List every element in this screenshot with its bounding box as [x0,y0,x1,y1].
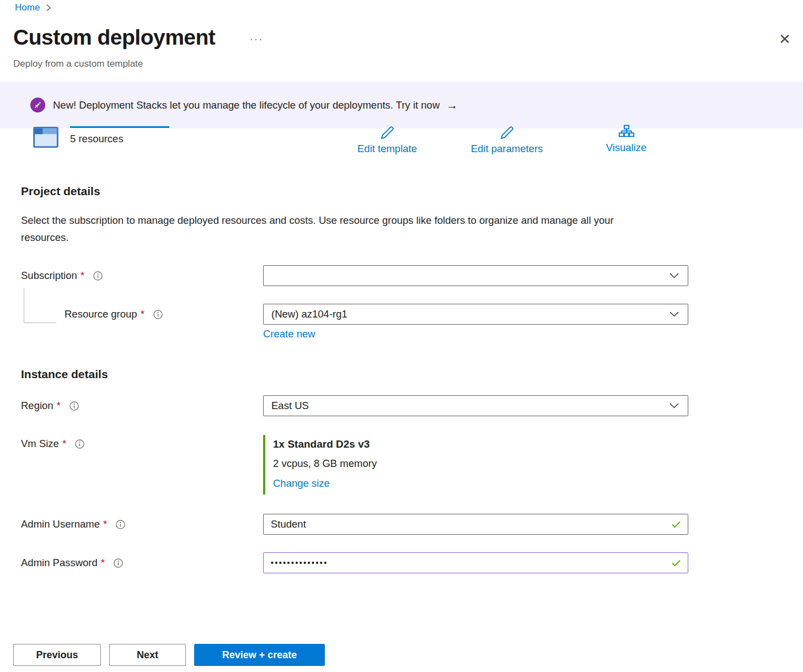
region-value: East US [271,400,309,412]
selected-tab-indicator [70,126,169,128]
custom-deployment-page: Home Custom deployment ··· ✕ Deploy from… [0,0,803,672]
edit-parameters-button[interactable]: Edit parameters [460,124,554,155]
admin-password-field [263,552,688,573]
next-button[interactable]: Next [109,644,186,666]
chevron-down-icon [670,311,679,317]
edit-template-button[interactable]: Edit template [349,124,426,155]
required-asterisk: * [81,270,84,282]
arrow-right-icon: → [446,99,458,112]
region-info-icon[interactable] [69,401,79,411]
required-asterisk: * [101,557,105,569]
project-details-description: Select the subscription to manage deploy… [21,212,655,246]
resource-group-label: Resource group * [65,308,163,320]
admin-username-label: Admin Username * [21,518,125,530]
subscription-info-icon[interactable] [93,271,103,281]
chevron-down-icon [670,273,679,278]
page-title: Custom deployment [13,25,215,50]
announcement-banner[interactable]: New! Deployment Stacks let you manage th… [0,82,803,128]
page-subtitle: Deploy from a custom template [13,58,143,69]
admin-password-label: Admin Password * [21,557,123,569]
tree-connector [24,288,56,323]
sitemap-icon [618,124,635,141]
required-asterisk: * [57,400,61,412]
admin-username-label-text: Admin Username [21,518,100,530]
previous-button[interactable]: Previous [13,644,101,666]
edit-template-label: Edit template [357,143,417,155]
vm-size-specs: 2 vcpus, 8 GB memory [273,454,377,474]
instance-details-heading: Instance details [21,368,108,381]
subscription-label-text: Subscription [21,270,77,282]
vm-size-box: 1x Standard D2s v3 2 vcpus, 8 GB memory … [263,435,377,494]
vm-size-label-text: Vm Size [21,438,59,450]
required-asterisk: * [103,518,107,530]
vm-size-selection: 1x Standard D2s v3 [273,435,377,454]
required-asterisk: * [141,308,144,320]
admin-password-info-icon[interactable] [114,558,123,568]
create-new-link[interactable]: Create new [263,328,315,340]
region-label: Region * [21,400,79,412]
admin-username-info-icon[interactable] [116,520,125,529]
breadcrumb-chevron-icon [46,4,51,12]
resource-group-label-text: Resource group [65,308,137,320]
close-icon[interactable]: ✕ [779,32,791,46]
review-create-button[interactable]: Review + create [194,644,325,666]
admin-password-input[interactable] [263,552,688,573]
banner-text: New! Deployment Stacks let you manage th… [53,99,440,111]
rocket-icon [30,98,45,112]
resource-group-dropdown[interactable]: (New) az104-rg1 [263,304,688,325]
pencil-icon [378,124,396,142]
project-details-heading: Project details [21,185,100,198]
template-icon [33,127,58,148]
visualize-button[interactable]: Visualize [600,124,652,154]
subscription-dropdown[interactable] [263,265,688,286]
subscription-label: Subscription * [21,270,103,282]
required-asterisk: * [62,438,66,450]
vm-size-info-icon[interactable] [75,439,84,449]
more-options-icon[interactable]: ··· [249,32,263,46]
breadcrumb-home-link[interactable]: Home [15,2,40,13]
checkmark-icon [672,560,681,567]
resource-group-info-icon[interactable] [153,310,163,319]
checkmark-icon [672,521,681,528]
admin-username-input[interactable] [263,514,688,535]
region-dropdown[interactable]: East US [263,395,688,416]
admin-username-field [263,514,688,535]
breadcrumb: Home [15,2,51,13]
vm-size-label: Vm Size * [21,438,84,450]
pencil-icon [498,124,516,142]
visualize-label: Visualize [606,142,647,154]
region-label-text: Region [21,400,53,412]
resource-group-value: (New) az104-rg1 [271,308,347,320]
edit-parameters-label: Edit parameters [471,143,543,155]
resources-count: 5 resources [70,133,124,145]
chevron-down-icon [670,403,679,408]
admin-password-label-text: Admin Password [21,557,98,569]
change-size-link[interactable]: Change size [273,474,330,493]
